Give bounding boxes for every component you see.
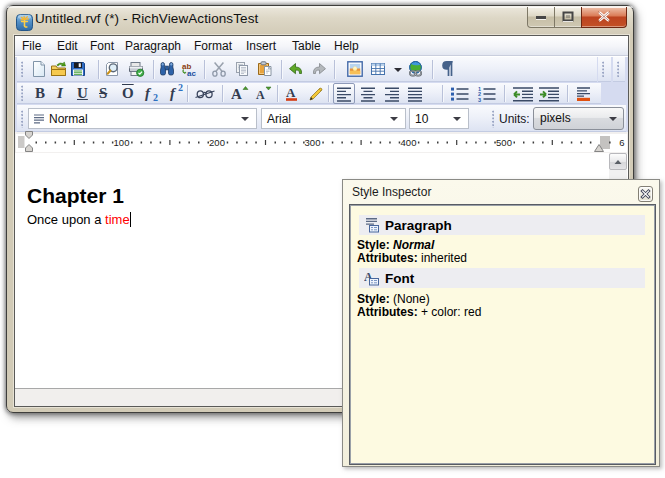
svg-text:A: A — [286, 86, 296, 100]
svg-text:A: A — [256, 88, 265, 102]
svg-text:500: 500 — [496, 137, 512, 148]
svg-text:3: 3 — [478, 97, 481, 102]
svg-text:200: 200 — [209, 137, 225, 148]
svg-text:300: 300 — [305, 137, 321, 148]
svg-text:A: A — [231, 86, 242, 102]
svg-text:400: 400 — [401, 137, 417, 148]
svg-text:100: 100 — [114, 137, 130, 148]
svg-text:6: 6 — [619, 137, 624, 148]
svg-text:ac: ac — [187, 69, 196, 77]
